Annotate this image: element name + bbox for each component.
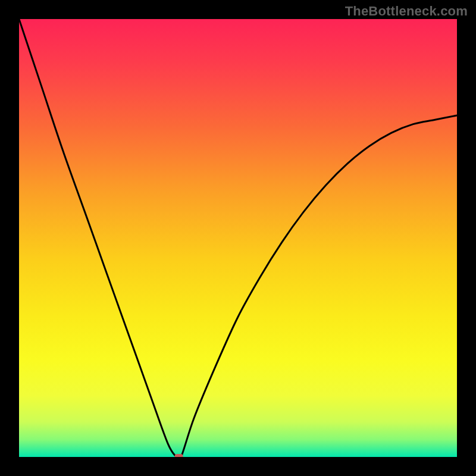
chart-svg: [19, 19, 457, 457]
optimum-marker: [175, 454, 183, 457]
plot-area: [19, 19, 457, 457]
watermark-text: TheBottleneck.com: [345, 4, 468, 19]
gradient-background: [19, 19, 457, 457]
chart-frame: TheBottleneck.com: [0, 0, 476, 476]
